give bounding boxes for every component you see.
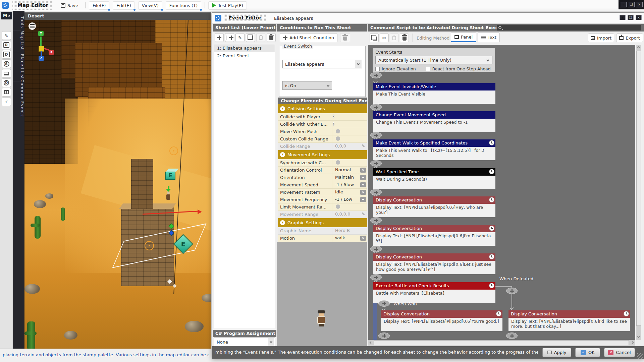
editor-minimize-button[interactable]: – xyxy=(620,15,626,20)
command-canvas[interactable]: Event Starts Automatically Start (1 Time… xyxy=(368,45,635,340)
event-switch-select[interactable]: Elisabeta appears xyxy=(282,60,362,68)
copy-sheet-button[interactable] xyxy=(246,33,255,42)
command-panel[interactable]: Wait Specified TimeWait During 2 Second(… xyxy=(373,168,495,189)
panel-mode-button[interactable]: Panel xyxy=(451,33,476,42)
dropdown-button[interactable] xyxy=(360,182,366,187)
import-button[interactable]: Import xyxy=(588,34,614,42)
insert-sheet-button[interactable] xyxy=(225,33,234,42)
cmd-cut-button[interactable]: ✂ xyxy=(380,34,389,42)
event-marker-cube[interactable]: E xyxy=(165,169,177,180)
sheet-list-item[interactable]: 2: Event Sheet xyxy=(214,52,275,60)
dropdown-button[interactable] xyxy=(360,190,366,195)
command-panel-battle[interactable]: Execute Battle and Check ResultsBattle w… xyxy=(373,282,495,303)
test-walk-button[interactable]: ⚡ xyxy=(2,98,11,106)
apply-button[interactable]: Apply xyxy=(542,348,571,357)
minimize-button[interactable]: – xyxy=(620,2,627,7)
event-editor-titlebar[interactable]: Event Editor Elisabeta appears – ❐ ✕ xyxy=(212,13,644,24)
scrollbar-thumb[interactable] xyxy=(374,340,629,345)
rename-sheet-button[interactable]: ✎ xyxy=(235,33,245,42)
insert-node[interactable] xyxy=(370,189,382,196)
medal-button[interactable]: Q xyxy=(2,78,11,87)
viewport-menu-button[interactable] xyxy=(29,22,36,30)
map-viewport[interactable]: Y X Z E E xyxy=(24,20,211,349)
command-panel[interactable]: Display ConversationDisplay Text: [¥NPL[… xyxy=(373,253,495,274)
save-button[interactable]: Save xyxy=(57,1,82,10)
movement-section-header[interactable]: ▾Movement Settings xyxy=(278,150,367,159)
menu-file[interactable]: File(F) xyxy=(89,1,109,10)
chevron-down-icon[interactable] xyxy=(355,60,362,68)
sheet-list-item[interactable]: 1: Elisabeta appears xyxy=(214,44,275,52)
csharp-select[interactable]: None xyxy=(214,338,275,346)
insert-node[interactable] xyxy=(370,132,382,139)
switch-state-select[interactable]: is On xyxy=(282,81,332,90)
export-button[interactable]: Export xyxy=(616,34,643,42)
resize-grip[interactable] xyxy=(637,353,643,359)
layout-card-button[interactable] xyxy=(2,88,11,97)
insert-node[interactable] xyxy=(370,160,382,168)
cancel-button[interactable]: ✕Cancel xyxy=(604,348,635,357)
close-button[interactable]: ✕ xyxy=(636,2,643,7)
insert-node[interactable] xyxy=(506,288,518,294)
text-mode-button[interactable]: Text xyxy=(478,33,500,42)
command-panel[interactable]: Make Event Walk to Specified Coordinates… xyxy=(373,139,495,160)
command-search-input[interactable] xyxy=(497,25,641,31)
vertical-scrollbar[interactable] xyxy=(636,45,641,340)
react-one-step-checkbox[interactable]: React from One Step Ahead xyxy=(426,66,491,71)
editor-close-button[interactable]: ✕ xyxy=(636,15,642,20)
insert-node[interactable] xyxy=(370,217,382,225)
insert-node[interactable] xyxy=(370,274,382,282)
insert-node[interactable] xyxy=(370,246,382,253)
resource-button[interactable]: R xyxy=(2,41,11,49)
add-sheet-button[interactable] xyxy=(215,33,224,42)
scroll-left-icon[interactable] xyxy=(370,341,372,344)
ok-button[interactable]: ✓OK xyxy=(575,348,600,357)
tab-tools[interactable]: Tools xyxy=(13,14,24,31)
collision-section-header[interactable]: ▾Collision Settings xyxy=(278,104,367,113)
menu-functions[interactable]: Functions (T) xyxy=(166,1,201,10)
database-button[interactable]: D xyxy=(2,50,11,59)
test-play-button[interactable]: Test Play(P) xyxy=(208,1,247,10)
paste-sheet-button[interactable] xyxy=(256,33,265,42)
scrollbar-thumb[interactable] xyxy=(636,51,641,326)
scroll-up-icon[interactable] xyxy=(637,46,640,49)
switch-button[interactable]: S xyxy=(2,59,11,68)
scroll-right-icon[interactable] xyxy=(631,341,634,344)
tab-common-events[interactable]: Common Events xyxy=(13,77,24,119)
cmd-delete-button[interactable] xyxy=(400,34,409,42)
delete-sheet-button[interactable] xyxy=(267,33,276,42)
menu-edit[interactable]: Edit(E) xyxy=(113,1,135,10)
delete-condition-button[interactable] xyxy=(340,33,350,42)
command-panel[interactable]: Display ConversationDisplay Text: [¥NPR[… xyxy=(373,196,495,217)
command-panel[interactable]: Make Event Invisible/VisibleMake This Ev… xyxy=(373,83,495,104)
sheet-list[interactable]: 1: Elisabeta appears 2: Event Sheet xyxy=(214,44,275,328)
insert-node[interactable] xyxy=(378,333,390,340)
chevron-down-icon[interactable] xyxy=(268,338,274,346)
insert-node[interactable] xyxy=(370,104,382,111)
horizontal-scrollbar[interactable] xyxy=(368,340,635,346)
insert-node[interactable] xyxy=(378,300,390,310)
stamp-edit-button[interactable]: ✎ xyxy=(2,31,11,40)
dropdown-button[interactable] xyxy=(360,197,366,202)
maximize-button[interactable]: ❐ xyxy=(628,2,635,7)
scroll-down-icon[interactable] xyxy=(637,335,640,338)
command-panel[interactable]: Change Event Movement SpeedChange This E… xyxy=(373,111,495,132)
display-button[interactable] xyxy=(2,69,11,78)
command-panel[interactable]: Display ConversationDisplay Text: [¥NPL[… xyxy=(381,310,502,331)
plus-node-icon[interactable] xyxy=(370,72,382,78)
dropdown-button[interactable] xyxy=(360,175,366,180)
map-mode-button[interactable]: M xyxy=(1,12,12,19)
insert-node[interactable] xyxy=(370,72,382,83)
command-panel[interactable]: Display ConversationDisplay Text: [¥NPL[… xyxy=(508,310,630,331)
editor-maximize-button[interactable]: ❐ xyxy=(628,15,634,20)
trigger-select[interactable]: Automatically Start (1 Time Only) xyxy=(375,56,492,64)
graphic-section-header[interactable]: ▾Graphic Settings xyxy=(278,218,367,227)
insert-node[interactable] xyxy=(506,333,518,340)
cmd-paste-button[interactable] xyxy=(390,34,399,42)
menu-view[interactable]: View(V) xyxy=(138,1,162,10)
command-panel[interactable]: Display ConversationDisplay Text: [¥NPL[… xyxy=(373,225,495,246)
dropdown-button[interactable] xyxy=(360,168,366,173)
dropdown-button[interactable] xyxy=(360,236,366,241)
tab-map-list[interactable]: Map List xyxy=(13,28,24,52)
axis-gizmo[interactable]: Y X Z xyxy=(31,31,55,61)
add-sheet-condition-button[interactable]: Add Sheet Condition xyxy=(280,33,337,42)
